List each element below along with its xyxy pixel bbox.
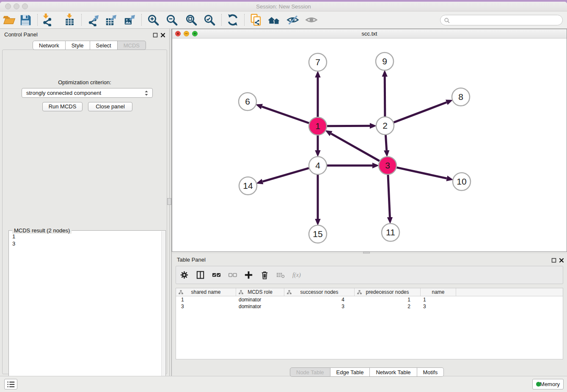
tab-motifs[interactable]: Motifs: [417, 367, 444, 377]
export-network-icon[interactable]: [88, 14, 100, 26]
criterion-select[interactable]: strongly connected component: [22, 88, 153, 98]
node-2[interactable]: 2: [376, 117, 394, 135]
node-1[interactable]: 1: [309, 117, 327, 135]
row-filler: [456, 296, 563, 303]
close-panel-button[interactable]: Close panel: [88, 102, 132, 111]
network-window-titlebar: scc.txt: [172, 29, 567, 39]
edge-4-14[interactable]: [263, 168, 309, 182]
show-all-icon[interactable]: [305, 14, 318, 26]
column-header-name[interactable]: name: [421, 288, 456, 296]
node-table: shared name MCDS role successor nodes pr…: [176, 288, 563, 359]
node-15[interactable]: 15: [309, 225, 327, 243]
save-session-icon[interactable]: [19, 14, 32, 26]
cell-mcds-role: dominator: [236, 303, 284, 310]
deselect-all-columns-icon[interactable]: [228, 270, 237, 280]
zoom-fit-icon[interactable]: [185, 14, 198, 26]
toolbar-separator: [244, 14, 245, 26]
tree-icon: [357, 290, 362, 295]
node-11[interactable]: 11: [382, 224, 399, 241]
node-8[interactable]: 8: [452, 88, 470, 106]
cell-successor-nodes: 3: [284, 303, 355, 310]
column-header-predecessor-nodes[interactable]: predecessor nodes: [355, 288, 421, 296]
toolbar-separator: [81, 14, 82, 26]
node-9[interactable]: 9: [376, 52, 394, 70]
node-10[interactable]: 10: [453, 173, 471, 190]
svg-text:7: 7: [315, 57, 320, 67]
float-panel-icon[interactable]: [551, 257, 556, 262]
network-window-title: scc.txt: [172, 30, 567, 37]
edge-1-2[interactable]: [327, 126, 370, 126]
tab-network-table[interactable]: Network Table: [370, 367, 417, 377]
tab-network[interactable]: Network: [33, 41, 66, 50]
network-view-window: scc.txt 1234678910111415: [172, 29, 567, 252]
edge-2-9[interactable]: [385, 77, 385, 116]
divider-handle[interactable]: [363, 252, 370, 254]
task-history-button[interactable]: [4, 379, 17, 389]
svg-text:1: 1: [315, 121, 320, 131]
add-column-icon[interactable]: [244, 270, 253, 280]
column-layout-icon[interactable]: [195, 270, 205, 280]
node-3[interactable]: 3: [379, 157, 396, 174]
table-settings-icon[interactable]: [179, 270, 189, 280]
tab-style[interactable]: Style: [66, 41, 90, 50]
close-panel-icon[interactable]: [160, 32, 165, 37]
tab-node-table[interactable]: Node Table: [290, 367, 330, 377]
zoom-out-icon[interactable]: [165, 14, 178, 26]
node-14[interactable]: 14: [239, 177, 257, 195]
desktop: Session: New Session: [0, 0, 567, 392]
apply-layout-icon[interactable]: [226, 14, 239, 26]
control-panel-header: Control Panel: [0, 29, 169, 39]
edge-3-1[interactable]: [331, 134, 379, 161]
tree-icon: [287, 290, 292, 295]
edge-2-3[interactable]: [385, 135, 386, 150]
select-all-columns-icon[interactable]: [212, 270, 221, 280]
app-window: Session: New Session: [0, 2, 567, 392]
zoom-selected-icon[interactable]: [203, 14, 216, 26]
network-canvas[interactable]: 1234678910111415: [172, 39, 567, 251]
row-filler: [456, 303, 563, 310]
cell-predecessor-nodes: 1: [355, 296, 421, 303]
window-title: Session: New Session: [0, 3, 567, 10]
column-header-successor-nodes[interactable]: successor nodes: [284, 288, 355, 296]
toolbar-separator: [141, 14, 142, 26]
edge-1-6[interactable]: [262, 107, 309, 123]
svg-text:2: 2: [383, 121, 388, 130]
edge-3-11[interactable]: [388, 175, 390, 217]
table-row[interactable]: 1 dominator 4 1 1: [176, 296, 563, 303]
result-scrollbar[interactable]: [161, 231, 165, 391]
column-header-shared-name[interactable]: shared name: [176, 288, 236, 296]
node-6[interactable]: 6: [239, 93, 256, 110]
close-panel-icon[interactable]: [559, 257, 564, 262]
run-mcds-button[interactable]: Run MCDS: [42, 102, 83, 111]
cell-shared-name: 1: [176, 296, 236, 303]
delete-column-icon[interactable]: [260, 270, 270, 280]
delete-table-icon[interactable]: [276, 270, 286, 280]
column-header-mcds-role[interactable]: MCDS role: [236, 288, 284, 296]
home-icon[interactable]: [268, 14, 281, 26]
import-table-icon[interactable]: [63, 14, 76, 26]
export-image-icon[interactable]: [123, 14, 136, 26]
open-session-icon[interactable]: [3, 14, 16, 26]
export-table-icon[interactable]: [105, 14, 117, 26]
memory-button[interactable]: Memory: [532, 379, 564, 389]
function-builder-icon: f(x): [292, 270, 302, 280]
float-panel-icon[interactable]: [153, 32, 158, 37]
tab-edge-table[interactable]: Edge Table: [330, 367, 370, 377]
edge-2-8[interactable]: [394, 102, 447, 122]
tab-select[interactable]: Select: [90, 41, 118, 50]
duplicate-network-icon[interactable]: [250, 14, 262, 26]
table-row[interactable]: 3 dominator 3 2 3: [176, 303, 563, 310]
import-network-icon[interactable]: [41, 14, 54, 26]
zoom-in-icon[interactable]: [147, 14, 160, 26]
hide-selected-icon[interactable]: [286, 14, 299, 26]
table-panel: Table Panel: [172, 254, 567, 378]
mcds-result-title: MCDS result (2 nodes): [12, 227, 72, 234]
node-7[interactable]: 7: [309, 53, 327, 71]
table-panel-tabs: Node Table Edge Table Network Table Moti…: [290, 367, 444, 377]
divider-handle[interactable]: [167, 198, 171, 205]
tab-mcds[interactable]: MCDS: [118, 41, 146, 50]
memory-status-icon: [536, 382, 541, 386]
node-4[interactable]: 4: [309, 157, 327, 174]
search-input[interactable]: [440, 15, 563, 25]
edge-3-10[interactable]: [396, 168, 446, 179]
